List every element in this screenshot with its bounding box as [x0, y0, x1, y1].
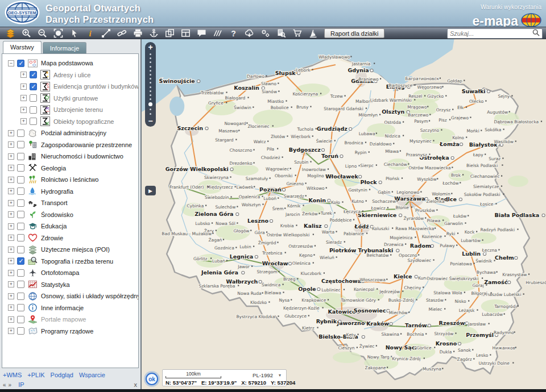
layer-label[interactable]: Topografia i rzeźba terenu [41, 258, 113, 265]
cloud-download-icon[interactable] [241, 27, 257, 39]
expand-toggle-icon[interactable]: + [8, 235, 14, 241]
layer-label[interactable]: Zdrowie [41, 235, 63, 241]
tab-informacje[interactable]: Informacje [43, 42, 86, 53]
layer-checkbox[interactable] [17, 281, 24, 288]
layer-label[interactable]: Inne informacje [41, 305, 84, 311]
expand-toggle-icon[interactable]: + [8, 165, 14, 171]
select-area-icon[interactable] [50, 27, 66, 39]
layer-checkbox[interactable] [17, 257, 24, 265]
report-parcel-button[interactable]: Raport dla działki [324, 28, 384, 38]
expand-toggle-icon[interactable]: + [20, 107, 27, 113]
expand-toggle-icon[interactable]: + [8, 223, 14, 230]
layer-label[interactable]: Ewidencja gruntów i budynków [53, 83, 139, 90]
expand-toggle-icon[interactable]: + [20, 72, 27, 78]
layer-checkbox[interactable] [17, 60, 24, 67]
print-icon[interactable] [130, 27, 146, 39]
geo-system-logo[interactable]: GEO-SYSTEM [5, 1, 40, 27]
layer-checkbox[interactable] [17, 176, 24, 184]
panel-toggle-button[interactable]: ▶ [145, 186, 156, 195]
zoom-in-icon[interactable] [18, 27, 34, 39]
search-icon[interactable] [532, 28, 540, 39]
zoom-level-dot[interactable] [148, 102, 152, 106]
layer-checkbox[interactable] [17, 153, 24, 160]
layer-label[interactable]: Rolnictwo i leśnictwo [41, 176, 98, 183]
layer-label[interactable]: Osnowy, siatki i układy współrzędnych [41, 293, 139, 299]
layer-label[interactable]: Ortofotomapa [41, 269, 79, 276]
expand-toggle-icon[interactable]: + [8, 130, 14, 136]
layer-label[interactable]: Obiekty topograficzne [53, 118, 114, 125]
anchor-icon[interactable] [146, 27, 162, 39]
expand-toggle-icon[interactable]: + [8, 247, 14, 253]
layer-checkbox[interactable] [17, 187, 24, 195]
cart-icon[interactable] [289, 27, 305, 39]
pointer-icon[interactable] [66, 27, 82, 39]
close-sidebar-button[interactable]: x [134, 381, 138, 388]
layer-label[interactable]: Edukacja [41, 223, 67, 230]
zoom-level-dot[interactable] [150, 98, 151, 100]
zoom-out-icon[interactable] [34, 27, 50, 39]
zoom-level-dot[interactable] [150, 90, 151, 92]
link-wsparcie[interactable]: Wsparcie [79, 372, 105, 378]
parallel-lines-icon[interactable] [209, 27, 225, 39]
zoom-level-dot[interactable] [150, 82, 151, 84]
prev-arrow[interactable]: « [3, 382, 6, 388]
layout-panels-icon[interactable] [177, 27, 193, 39]
layer-checkbox[interactable] [17, 130, 24, 137]
layer-checkbox[interactable] [17, 327, 24, 335]
layer-label[interactable]: Uzbrojenie terenu [53, 106, 103, 113]
zoom-level-dot[interactable] [150, 86, 151, 88]
link-icon[interactable] [114, 27, 130, 39]
layer-checkbox[interactable] [17, 316, 24, 323]
zoom-level-dot[interactable] [150, 70, 151, 72]
layer-checkbox[interactable] [17, 246, 24, 253]
expand-toggle-icon[interactable]: − [8, 60, 14, 66]
tab-warstwy[interactable]: Warstwy [3, 41, 42, 53]
layer-label[interactable]: Programy rządowe [41, 328, 93, 335]
settings-gears-icon[interactable] [257, 27, 273, 39]
expand-toggle-icon[interactable]: + [20, 95, 27, 101]
crs-selector[interactable]: PL-1992 ▾ [253, 372, 281, 378]
expand-toggle-icon[interactable]: + [8, 305, 14, 311]
layer-label[interactable]: Użyteczne miejsca (POI) [41, 246, 110, 253]
layer-checkbox[interactable] [17, 304, 24, 311]
layer-label[interactable]: Geologia [41, 165, 66, 172]
layer-checkbox[interactable] [30, 118, 37, 125]
ok-button[interactable]: ok [146, 373, 158, 385]
expand-toggle-icon[interactable]: + [20, 84, 27, 90]
layer-label[interactable]: Zagospodarowanie przestrzenne [41, 141, 132, 148]
copy-windows-icon[interactable] [162, 27, 177, 39]
next-arrow[interactable]: » [9, 382, 12, 388]
help-icon[interactable]: ? [225, 27, 241, 39]
layer-checkbox[interactable] [17, 223, 24, 230]
zoom-level-dot[interactable] [150, 113, 151, 115]
expand-toggle-icon[interactable]: + [8, 258, 14, 264]
expand-toggle-icon[interactable]: + [20, 118, 27, 124]
expand-toggle-icon[interactable]: + [8, 293, 14, 299]
zoom-level-dot[interactable] [150, 109, 151, 110]
layer-checkbox[interactable] [17, 141, 24, 148]
layer-label[interactable]: Statystyka [41, 281, 70, 288]
zoom-in-button[interactable]: + [148, 43, 152, 51]
layer-label[interactable]: Podział administracyjny [41, 130, 106, 136]
expand-toggle-icon[interactable]: + [8, 328, 14, 334]
layer-checkbox[interactable] [17, 199, 24, 207]
zoom-level-dot[interactable] [150, 57, 151, 59]
zoom-level-dot[interactable] [150, 74, 151, 76]
layer-label[interactable]: Portale mapowe [41, 316, 86, 323]
expand-toggle-icon[interactable]: + [8, 316, 14, 323]
link-wms[interactable]: +WMS [3, 372, 22, 378]
expand-toggle-icon[interactable]: + [8, 141, 14, 148]
measure-icon[interactable] [98, 27, 114, 39]
layer-label[interactable]: Środowisko [41, 211, 73, 218]
expand-toggle-icon[interactable]: + [8, 188, 14, 194]
zoom-level-dot[interactable] [150, 61, 151, 63]
zoom-level-dot[interactable] [150, 53, 151, 55]
layer-checkbox[interactable] [30, 83, 37, 90]
expand-toggle-icon[interactable]: + [8, 281, 14, 287]
layer-label[interactable]: Mapa podstawowa [41, 60, 93, 66]
layer-checkbox[interactable] [30, 71, 37, 78]
info-icon[interactable]: i [82, 27, 98, 39]
layer-label[interactable]: Nieruchomości i budownictwo [41, 153, 123, 160]
layer-label[interactable]: Adresy i ulice [53, 72, 90, 78]
layer-label[interactable]: Użytki gruntowe [53, 95, 98, 102]
